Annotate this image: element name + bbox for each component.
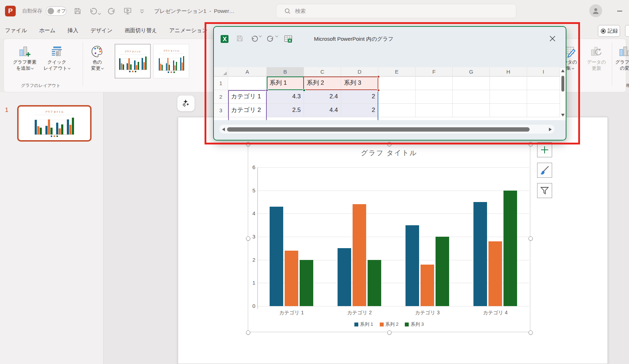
row-header-3[interactable]: 3: [214, 104, 228, 117]
chart-handle-sw[interactable]: [246, 330, 250, 335]
cell-F1[interactable]: [416, 77, 453, 90]
cell-G1[interactable]: [453, 77, 490, 90]
scroll-left-icon[interactable]: [222, 128, 225, 131]
powerpoint-logo-icon[interactable]: P: [5, 6, 16, 16]
save-icon[interactable]: [74, 7, 82, 15]
bar-series2-cat1[interactable]: [285, 251, 298, 306]
edit-in-excel-icon[interactable]: [284, 35, 293, 45]
row-header-2[interactable]: 2: [214, 90, 228, 104]
bar-series2-cat2[interactable]: [353, 204, 366, 306]
legend-item[interactable]: 系列 3: [405, 321, 424, 328]
cell-B2[interactable]: 4.3: [267, 90, 304, 104]
bar-series2-cat3[interactable]: [421, 265, 434, 306]
bar-series3-cat1[interactable]: [300, 260, 313, 306]
cell-A2[interactable]: カテゴリ 1: [228, 90, 267, 104]
change-colors-button[interactable]: 色の 変更: [85, 42, 109, 80]
cell-C1[interactable]: 系列 2: [304, 77, 341, 90]
bar-series1-cat3[interactable]: [406, 225, 419, 306]
cell-B3[interactable]: 2.5: [267, 104, 304, 117]
bar-series3-cat2[interactable]: [368, 260, 381, 306]
tab-file[interactable]: ファイル: [5, 27, 27, 34]
cell-D3[interactable]: 2: [341, 104, 378, 117]
legend-item[interactable]: 系列 2: [380, 321, 399, 328]
cell-A1[interactable]: [228, 77, 267, 90]
cell-E2[interactable]: [378, 90, 416, 104]
cell-H2[interactable]: [490, 90, 527, 104]
vertical-scroll-thumb[interactable]: [561, 76, 564, 92]
cell-F2[interactable]: [416, 90, 453, 104]
bar-series1-cat2[interactable]: [338, 248, 351, 306]
chart-data-editor-window[interactable]: Microsoft PowerPoint 内のグラフ ABCDEFGHI1系列 …: [213, 26, 566, 141]
avatar[interactable]: [589, 4, 602, 17]
add-chart-element-button[interactable]: グラフ要素 を追加: [9, 42, 40, 80]
cell-I1[interactable]: [527, 77, 560, 90]
cell-H3[interactable]: [490, 104, 527, 117]
column-header-H[interactable]: H: [490, 67, 527, 77]
cell-C3[interactable]: 4.4: [304, 104, 341, 117]
cell-A3[interactable]: カテゴリ 2: [228, 104, 267, 117]
cell-I3[interactable]: [527, 104, 560, 117]
bar-series1-cat1[interactable]: [270, 207, 283, 306]
chart-style-thumbnail-2[interactable]: グラフ タイトル: [153, 44, 189, 78]
column-header-C[interactable]: C: [304, 67, 341, 77]
column-header-E[interactable]: E: [378, 67, 416, 77]
bar-series2-cat4[interactable]: [488, 241, 502, 306]
chart-handle-nw[interactable]: [246, 142, 250, 146]
save-icon[interactable]: [236, 35, 244, 44]
scroll-down-icon[interactable]: [561, 114, 565, 117]
horizontal-scrollbar[interactable]: [219, 124, 555, 134]
autosave-toggle[interactable]: オフ: [46, 6, 67, 16]
column-header-G[interactable]: G: [453, 67, 490, 77]
slide-thumbnail[interactable]: グラフ タイトル: [17, 105, 92, 142]
cell-E1[interactable]: [378, 77, 416, 90]
redo-icon[interactable]: [267, 35, 278, 43]
undo-icon[interactable]: [250, 35, 261, 43]
legend-item[interactable]: 系列 1: [354, 321, 373, 328]
bar-series3-cat3[interactable]: [436, 237, 449, 306]
redo-icon[interactable]: [108, 7, 116, 15]
cell-D1[interactable]: 系列 3: [341, 77, 378, 90]
cell-E3[interactable]: [378, 104, 416, 117]
cell-B1[interactable]: 系列 1: [267, 77, 304, 90]
horizontal-scroll-thumb[interactable]: [227, 127, 530, 132]
tab-5[interactable]: アニメーション: [169, 27, 207, 34]
cell-C2[interactable]: 2.4: [304, 90, 341, 104]
cell-F3[interactable]: [416, 104, 453, 117]
sheet-corner[interactable]: [214, 67, 228, 77]
row-header-1[interactable]: 1: [214, 77, 228, 90]
record-button[interactable]: 記録: [598, 25, 620, 37]
undo-icon[interactable]: [89, 7, 100, 15]
chart-object[interactable]: グラフ タイトル 0123456カテゴリ 1カテゴリ 2カテゴリ 3カテゴリ 4…: [248, 144, 530, 332]
tab-3[interactable]: デザイン: [90, 27, 112, 34]
cell-H1[interactable]: [490, 77, 527, 90]
chart-handle-ne[interactable]: [529, 142, 533, 146]
partial-button[interactable]: [625, 25, 629, 37]
minimize-icon[interactable]: [617, 11, 622, 11]
tab-1[interactable]: ホーム: [39, 27, 55, 34]
present-from-start-icon[interactable]: [123, 7, 132, 15]
chart-legend[interactable]: 系列 1系列 2系列 3: [248, 321, 530, 328]
tab-4[interactable]: 画面切り替え: [125, 27, 157, 34]
column-header-D[interactable]: D: [341, 67, 378, 77]
bar-series3-cat4[interactable]: [503, 191, 517, 306]
refresh-data-button[interactable]: データの 更新: [583, 42, 610, 80]
column-header-I[interactable]: I: [527, 67, 560, 77]
chart-styles-button[interactable]: [537, 163, 552, 178]
vertical-scrollbar[interactable]: [560, 68, 566, 120]
close-icon[interactable]: [549, 35, 556, 43]
tab-2[interactable]: 挿入: [68, 27, 78, 34]
scroll-up-icon[interactable]: [561, 69, 565, 72]
chart-handle-e[interactable]: [529, 236, 533, 241]
column-header-A[interactable]: A: [228, 67, 267, 77]
chart-handle-se[interactable]: [529, 330, 533, 335]
chart-title[interactable]: グラフ タイトル: [248, 148, 530, 158]
chart-handle-s[interactable]: [387, 330, 392, 335]
chart-style-thumbnail-1[interactable]: グラフ タイトル: [115, 44, 151, 78]
chart-handle-w[interactable]: [246, 236, 250, 241]
cell-G2[interactable]: [453, 90, 490, 104]
cell-D2[interactable]: 2: [341, 90, 378, 104]
search-input[interactable]: 検索: [276, 4, 516, 18]
column-header-F[interactable]: F: [416, 67, 453, 77]
column-header-B[interactable]: B: [267, 67, 304, 77]
cell-I2[interactable]: [527, 90, 560, 104]
